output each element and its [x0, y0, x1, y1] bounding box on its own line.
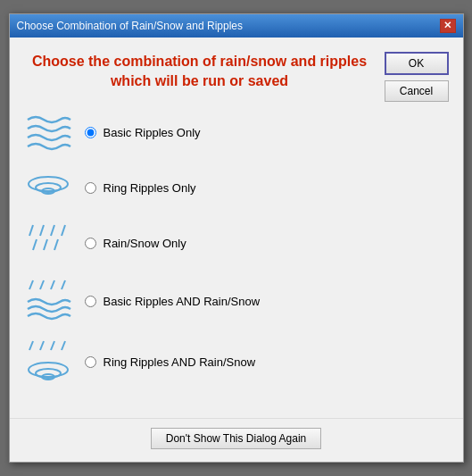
option-4-text: Basic Ripples AND Rain/Snow	[104, 295, 261, 308]
option-4-radio[interactable]	[85, 296, 96, 307]
option-3-text: Rain/Snow Only	[104, 237, 186, 250]
option-5-label[interactable]: Ring Ripples AND Rain/Snow	[85, 355, 256, 369]
option-row: Ring Ripples AND Rain/Snow	[24, 339, 449, 384]
option-1-text: Basic Ripples Only	[104, 126, 201, 139]
svg-line-17	[62, 341, 65, 350]
svg-line-4	[40, 225, 44, 236]
option-5-text: Ring Ripples AND Rain/Snow	[104, 355, 256, 369]
svg-line-13	[62, 280, 65, 289]
header-section: Choose the combination of rain/snow and …	[24, 52, 376, 110]
options-list: Basic Ripples Only Ring Ripples Only	[24, 113, 449, 384]
rain-snow-icon	[24, 223, 72, 263]
option-row: Basic Ripples AND Rain/Snow	[24, 279, 449, 323]
cancel-button[interactable]: Cancel	[385, 80, 449, 102]
svg-line-3	[29, 225, 33, 236]
svg-line-16	[51, 341, 54, 350]
dialog-window: Choose Combination of Rain/Snow and Ripp…	[9, 13, 464, 463]
option-2-radio[interactable]	[85, 182, 96, 194]
option-1-label[interactable]: Basic Ripples Only	[85, 126, 201, 139]
button-section: OK Cancel	[385, 52, 449, 110]
dont-show-button[interactable]: Don't Show This Dialog Again	[151, 428, 322, 449]
svg-line-12	[51, 280, 54, 289]
svg-line-14	[29, 341, 33, 350]
option-2-text: Ring Ripples Only	[104, 181, 196, 195]
basic-ripples-icon	[24, 113, 72, 152]
basic-and-rain-icon	[24, 279, 72, 323]
svg-line-9	[54, 239, 58, 250]
header-text: Choose the combination of rain/snow and …	[24, 52, 376, 92]
option-row: Rain/Snow Only	[24, 223, 449, 263]
option-5-radio[interactable]	[85, 356, 96, 368]
svg-line-5	[51, 225, 54, 236]
ok-button[interactable]: OK	[385, 52, 449, 75]
ring-and-rain-icon	[24, 339, 72, 384]
option-1-radio[interactable]	[85, 127, 96, 138]
option-3-radio[interactable]	[85, 238, 96, 249]
svg-line-10	[29, 280, 33, 289]
title-bar: Choose Combination of Rain/Snow and Ripp…	[10, 14, 463, 38]
top-section: Choose the combination of rain/snow and …	[24, 52, 449, 110]
svg-line-6	[62, 225, 65, 236]
option-row: Basic Ripples Only	[24, 113, 449, 152]
close-button[interactable]: ✕	[440, 19, 456, 33]
ring-ripples-icon	[24, 168, 72, 207]
option-2-label[interactable]: Ring Ripples Only	[85, 181, 196, 195]
option-4-label[interactable]: Basic Ripples AND Rain/Snow	[85, 295, 261, 308]
dialog-body: Choose the combination of rain/snow and …	[10, 38, 463, 415]
svg-line-7	[33, 239, 37, 250]
option-3-label[interactable]: Rain/Snow Only	[85, 237, 186, 250]
title-bar-text: Choose Combination of Rain/Snow and Ripp…	[17, 20, 243, 32]
svg-line-8	[44, 239, 47, 250]
bottom-bar: Don't Show This Dialog Again	[10, 418, 463, 462]
svg-line-11	[40, 280, 44, 289]
svg-line-15	[40, 341, 44, 350]
option-row: Ring Ripples Only	[24, 168, 449, 207]
